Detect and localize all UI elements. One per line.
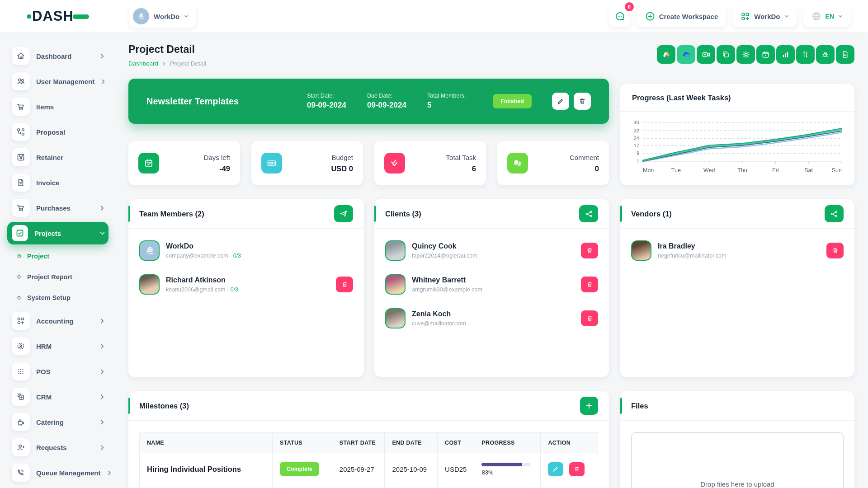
messages-button[interactable]: 0 bbox=[609, 5, 631, 27]
invite-member-button[interactable] bbox=[334, 205, 353, 222]
milestone-status-badge: Complete bbox=[280, 462, 319, 476]
remove-client-button[interactable] bbox=[581, 243, 598, 258]
settings-button[interactable] bbox=[736, 45, 755, 64]
sidebar-item-user-management[interactable]: User Management bbox=[7, 69, 108, 94]
breadcrumb-dashboard-link[interactable]: Dashboard bbox=[128, 60, 158, 67]
sidebar-subitem-project[interactable]: Project bbox=[7, 246, 108, 267]
coffee-icon bbox=[12, 413, 30, 431]
remove-client-button[interactable] bbox=[581, 310, 598, 326]
sidebar-item-catering[interactable]: Catering bbox=[7, 409, 108, 435]
sidebar-item-queue-management[interactable]: Queue Management bbox=[7, 460, 108, 485]
add-milestone-button[interactable] bbox=[580, 397, 598, 415]
logo-accent-dot bbox=[27, 14, 31, 19]
sidebar-item-dashboard[interactable]: Dashboard bbox=[7, 43, 108, 69]
start-date-value: 09-09-2024 bbox=[307, 101, 346, 110]
workflow-icon bbox=[12, 123, 30, 141]
trash-icon bbox=[341, 281, 348, 288]
chevron-right-icon bbox=[162, 61, 166, 66]
remove-client-button[interactable] bbox=[581, 277, 598, 292]
sidebar-subitem-project-report[interactable]: Project Report bbox=[7, 267, 108, 287]
team-members-title: Team Members (2) bbox=[139, 210, 204, 218]
edit-project-button[interactable] bbox=[552, 93, 569, 110]
create-workspace-button[interactable]: Create Workspace bbox=[637, 5, 726, 27]
share-icon bbox=[830, 210, 838, 218]
calendar-button[interactable] bbox=[756, 45, 775, 64]
sidebar-item-items[interactable]: Items bbox=[7, 94, 108, 119]
sidebar-item-accounting[interactable]: Accounting bbox=[7, 308, 108, 333]
sidebar-item-purchases[interactable]: Purchases bbox=[7, 195, 108, 221]
col-progress: PROGRESS bbox=[474, 433, 541, 453]
cart-icon bbox=[12, 199, 30, 217]
video-camera-button[interactable] bbox=[697, 45, 715, 64]
google-drive-icon bbox=[662, 50, 671, 59]
project-toolbar bbox=[657, 45, 854, 64]
account-menu-label: WorkDo bbox=[754, 13, 780, 20]
due-date-block: Due Date: 09-09-2024 bbox=[367, 93, 406, 110]
progress-bar bbox=[481, 463, 530, 466]
workspace-switcher[interactable]: WorkDo bbox=[129, 5, 196, 28]
milestones-table: NAME STATUS START DATE END DATE COST PRO… bbox=[139, 432, 598, 488]
sidebar-item-retainer[interactable]: Retainer bbox=[7, 145, 108, 170]
globe-icon bbox=[811, 11, 821, 21]
check-square-icon bbox=[12, 225, 28, 241]
sidebar-item-projects[interactable]: Projects bbox=[7, 222, 108, 244]
remove-vendor-button[interactable] bbox=[826, 243, 844, 258]
svg-text:Sat: Sat bbox=[804, 167, 813, 174]
chevron-down-icon bbox=[838, 14, 843, 19]
onedrive-button[interactable] bbox=[677, 45, 695, 64]
due-date-value: 09-09-2024 bbox=[367, 101, 406, 110]
milestones-card: Milestones (3) NAME STATUS START DATE EN… bbox=[128, 391, 609, 488]
app-logo[interactable]: DASH bbox=[27, 8, 89, 24]
calendar-icon bbox=[761, 50, 770, 59]
chevron-right-icon bbox=[100, 420, 105, 425]
start-date-block: Start Date: 09-09-2024 bbox=[307, 93, 346, 110]
chevron-right-icon bbox=[100, 445, 105, 450]
trash-icon bbox=[579, 98, 586, 105]
clients-card: Clients (3) Quincy Cook fapor22014@ogler… bbox=[374, 199, 609, 377]
timeline-button[interactable] bbox=[796, 45, 815, 64]
messages-count-badge: 0 bbox=[625, 2, 634, 11]
building-icon bbox=[144, 245, 155, 256]
sidebar-item-hrm[interactable]: HRM bbox=[7, 333, 108, 359]
home-icon bbox=[12, 47, 30, 65]
sidebar-item-pos[interactable]: POS bbox=[7, 359, 108, 384]
total-members-block: Total Members: 5 bbox=[427, 93, 466, 110]
chevron-down-icon bbox=[100, 231, 105, 236]
chevron-right-icon bbox=[100, 394, 105, 399]
edit-milestone-button[interactable] bbox=[548, 462, 563, 476]
sidebar-item-requests[interactable]: Requests bbox=[7, 435, 108, 460]
report-file-button[interactable] bbox=[836, 45, 854, 64]
account-menu-button[interactable]: WorkDo bbox=[732, 5, 797, 27]
member-task-ratio: - 0/3 bbox=[230, 253, 241, 259]
col-action: ACTION bbox=[541, 433, 598, 453]
svg-text:Tue: Tue bbox=[671, 167, 681, 174]
chevron-down-icon bbox=[184, 14, 189, 19]
copy-icon bbox=[722, 50, 730, 59]
google-drive-button[interactable] bbox=[657, 45, 675, 64]
sidebar-item-invoice[interactable]: Invoice bbox=[7, 170, 108, 195]
avatar bbox=[631, 240, 651, 261]
delete-milestone-button[interactable] bbox=[569, 462, 585, 476]
plus-circle-icon bbox=[645, 11, 655, 21]
remove-member-button[interactable] bbox=[336, 277, 353, 292]
language-selector[interactable]: EN bbox=[803, 5, 851, 27]
bug-icon bbox=[821, 50, 830, 59]
share-vendors-button[interactable] bbox=[825, 205, 844, 222]
project-summary-banner: Newsletter Templates Start Date: 09-09-2… bbox=[128, 79, 609, 124]
file-dropzone[interactable]: Drop files here to upload bbox=[631, 432, 844, 488]
share-clients-button[interactable] bbox=[579, 205, 598, 222]
vendors-card: Vendors (1) Ira Bradley negefuricu@maili… bbox=[620, 199, 854, 377]
bug-button[interactable] bbox=[816, 45, 835, 64]
sidebar-subitem-system-setup[interactable]: System Setup bbox=[7, 287, 108, 308]
client-row: Whitney Barrett antgrumik30@example.com bbox=[385, 274, 598, 295]
bar-chart-icon bbox=[781, 50, 790, 59]
copy-window-icon bbox=[12, 388, 30, 406]
copy-button[interactable] bbox=[717, 45, 735, 64]
delete-project-button[interactable] bbox=[574, 93, 591, 110]
col-start-date: START DATE bbox=[332, 433, 385, 453]
chevron-right-icon bbox=[107, 470, 112, 475]
sidebar-item-crm[interactable]: CRM bbox=[7, 384, 108, 409]
sidebar-item-proposal[interactable]: Proposal bbox=[7, 119, 108, 145]
client-row: Zenia Koch cuve@mailinator.com bbox=[385, 308, 598, 328]
bar-chart-button[interactable] bbox=[776, 45, 795, 64]
